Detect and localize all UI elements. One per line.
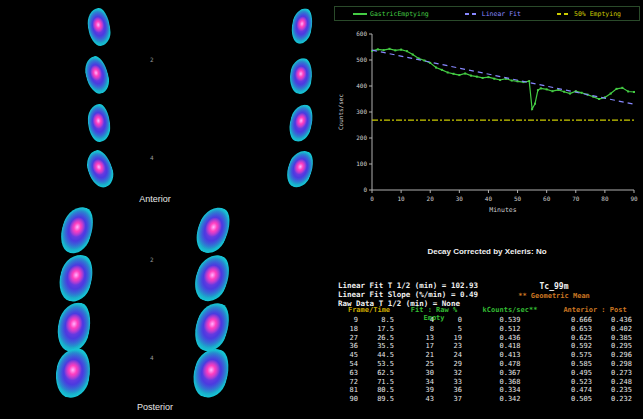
series-marker	[412, 54, 414, 56]
table-cell: 23	[440, 342, 468, 351]
table-cell: 0.474	[552, 386, 598, 395]
series-marker	[383, 49, 385, 51]
legend-item: Linear Fit	[465, 10, 521, 18]
legend-item: 50% Emptying	[557, 10, 621, 18]
y-tick-label: 300	[356, 108, 367, 115]
x-axis-label: Minutes	[489, 206, 516, 214]
table-cell: 81	[338, 386, 364, 395]
table-cell: 0.368	[468, 378, 552, 387]
y-tick-label: 0	[363, 186, 367, 193]
series-marker	[598, 98, 600, 100]
x-tick-label: 70	[572, 195, 580, 202]
x-tick-label: 40	[485, 195, 493, 202]
scintigraphy-frame	[188, 344, 234, 401]
table-cell: 29	[440, 360, 468, 369]
legend-label: 50% Emptying	[574, 10, 621, 18]
series-marker	[482, 77, 484, 79]
y-tick-label: 200	[356, 134, 367, 141]
scintigraphy-frame	[54, 251, 97, 306]
scintigraphy-frame	[189, 298, 235, 355]
table-cell: 32	[440, 369, 468, 378]
table-row: 6362.530320.3670.4950.273	[338, 369, 638, 378]
table-cell: 0.413	[468, 351, 552, 360]
table-cell: 0.505	[552, 395, 598, 404]
series-marker	[534, 103, 536, 105]
table-row: 1817.5850.5120.6530.402	[338, 325, 638, 334]
table-cell: 0	[440, 316, 468, 325]
table-cell: 9	[338, 316, 364, 325]
series-marker	[377, 48, 379, 50]
scintigraphy-frame	[189, 250, 235, 306]
decay-corrected-note: Decay Corrected by Xeleris: No	[334, 247, 640, 256]
series-marker	[537, 89, 539, 91]
fit-info-block: Linear Fit T 1/2 (min) = 102.93 Linear F…	[338, 281, 478, 308]
legend-line-sample	[353, 13, 367, 15]
table-row: 3635.517230.4180.5920.295	[338, 342, 638, 351]
table-cell: 0.592	[552, 342, 598, 351]
series-marker	[394, 49, 396, 51]
series-marker	[435, 67, 437, 69]
table-cell: 0.342	[468, 395, 552, 404]
x-tick-label: 80	[601, 195, 609, 202]
series-marker	[499, 79, 501, 81]
table-cell: 71.5	[364, 378, 400, 387]
table-row: 5453.525290.4780.5850.298	[338, 360, 638, 369]
table-cell: 36	[338, 342, 364, 351]
chart-legend: GastricEmptyingLinear Fit50% Emptying	[334, 6, 640, 21]
table-cell: 27	[338, 334, 364, 343]
table-cell: 37	[440, 395, 468, 404]
frame-marker: 2	[150, 56, 154, 63]
table-cell: 0.436	[598, 316, 638, 325]
table-cell: 21	[400, 351, 440, 360]
table-cell: 0.666	[552, 316, 598, 325]
series-marker	[406, 50, 408, 52]
table-cell: 0.625	[552, 334, 598, 343]
scintigraphy-frame	[52, 345, 94, 400]
x-tick-label: 30	[456, 195, 464, 202]
table-cell: 54	[338, 360, 364, 369]
series-marker	[563, 91, 565, 93]
table-cell: 0.248	[598, 378, 638, 387]
table-cell: 0.273	[598, 369, 638, 378]
table-cell: 24	[440, 351, 468, 360]
geometric-mean-note: ** Geometric Mean	[470, 292, 638, 300]
legend-line-sample	[465, 13, 479, 15]
series-marker	[476, 76, 478, 78]
table-cell: 0.478	[468, 360, 552, 369]
scintigraphy-frame	[286, 102, 317, 144]
table-cell: 62.5	[364, 369, 400, 378]
frame-marker: 2	[150, 256, 154, 263]
y-axis-label: Counts/sec	[337, 94, 344, 131]
scintigraphy-frame	[85, 7, 112, 48]
x-tick-label: 60	[543, 195, 551, 202]
y-tick-label: 100	[356, 160, 367, 167]
table-cell: 90	[338, 395, 364, 404]
table-cell: 0.367	[468, 369, 552, 378]
table-cell: 44.5	[364, 351, 400, 360]
table-row: 98.5400.5390.6660.436	[338, 316, 638, 325]
table-cell: 39	[400, 386, 440, 395]
table-cell: 35.5	[364, 342, 400, 351]
y-tick-label: 500	[356, 56, 367, 63]
table-cell: 5	[440, 325, 468, 334]
scintigraphy-frame	[82, 54, 113, 96]
table-cell: 0.235	[598, 386, 638, 395]
table-cell: 72	[338, 378, 364, 387]
table-row: 8180.539360.3340.4740.235	[338, 386, 638, 395]
table-cell: 33	[440, 378, 468, 387]
series-marker	[447, 71, 449, 73]
scintigraphy-frame	[53, 299, 95, 355]
x-tick-label: 20	[427, 195, 435, 202]
scintigraphy-frame	[55, 203, 98, 258]
legend-item: GastricEmptying	[353, 10, 429, 18]
series-marker	[470, 75, 472, 77]
table-cell: 8	[400, 325, 440, 334]
table-cell: 36	[440, 386, 468, 395]
frame-marker: 4	[150, 154, 154, 161]
series-marker	[581, 92, 583, 94]
series-Linear Fit	[372, 50, 634, 104]
y-tick-label: 600	[356, 30, 367, 37]
table-cell: 0.539	[468, 316, 552, 325]
table-cell: 0.436	[468, 334, 552, 343]
table-cell: 26.5	[364, 334, 400, 343]
